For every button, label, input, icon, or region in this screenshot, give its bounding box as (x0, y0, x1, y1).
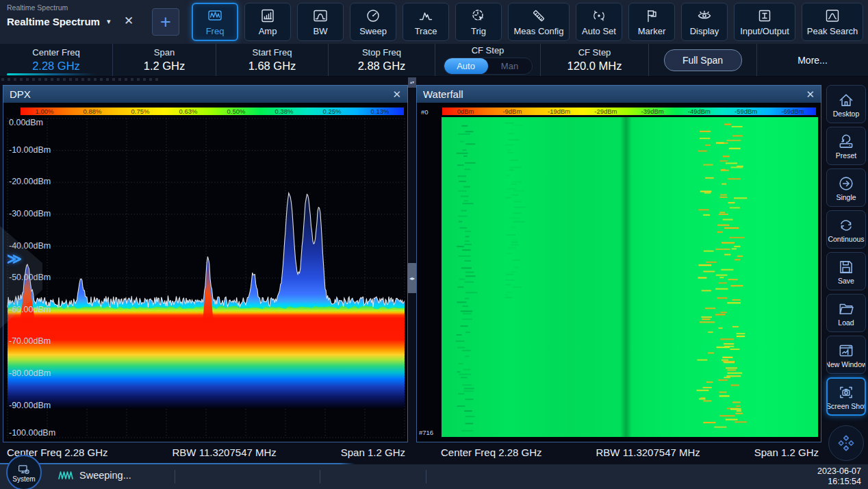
scale-label: 1.00% (21, 108, 68, 115)
system-button-label: System (12, 475, 35, 483)
trig-icon (470, 8, 487, 24)
dpx-window-header[interactable]: DPX ✕ (3, 85, 408, 103)
waterfall-window: Waterfall ✕ #0 0dBm-9dBm-19dBm-29dBm-39d… (416, 85, 821, 460)
sidebar-button-preset[interactable]: Preset (826, 127, 866, 165)
waterfall-close-icon[interactable]: ✕ (806, 88, 815, 101)
selected-field-underline (7, 73, 96, 75)
scale-label: -69dBm (769, 108, 816, 115)
scale-label: 0.13% (356, 108, 404, 115)
system-button[interactable]: System (6, 455, 42, 489)
toolbar-button-label: Freq (206, 26, 225, 36)
field-cf-step[interactable]: CF Step120.0 MHz (541, 44, 649, 76)
expand-panel-chevrons-icon[interactable]: ≫ (7, 251, 20, 267)
waterfall-window-title: Waterfall (423, 88, 806, 100)
toolbar-button-sweep[interactable]: Sweep (350, 3, 396, 41)
top-toolbar: Realtime Spectrum Realtime Spectrum ▾ ✕ … (0, 0, 868, 44)
scale-label: 0.63% (164, 108, 212, 115)
toolbar-button-marker[interactable]: Marker (628, 3, 675, 41)
toolbar-button-trace[interactable]: Trace (403, 3, 449, 41)
scale-label: -29dBm (583, 108, 629, 115)
amp-icon (259, 8, 276, 24)
full-span-button[interactable]: Full Span (664, 49, 742, 71)
toolbar-button-trig[interactable]: Trig (455, 3, 502, 41)
toolbar-button-label: Auto Set (582, 26, 616, 36)
toolbar-button-auto-set[interactable]: Auto Set (576, 3, 622, 41)
dpx-y-tick-label: -90.00dBm (9, 401, 51, 410)
dpx-window: DPX ✕ 1.00%0.88%0.75%0.63%0.50%0.38%0.25… (3, 85, 408, 460)
field-label: Center Freq (32, 47, 79, 58)
sweep-icon (365, 8, 381, 24)
status-divider (320, 470, 320, 484)
measurement-selector[interactable]: Realtime Spectrum Realtime Spectrum ▾ (7, 3, 120, 27)
toolbar-button-peak-search[interactable]: Peak Search (802, 3, 863, 41)
sidebar-button-label: Load (838, 318, 854, 327)
waterfall-window-body: #0 0dBm-9dBm-19dBm-29dBm-39dBm-49dBm-59d… (416, 103, 821, 442)
status-bar: System Sweeping... 2023-06-07 16:15:54 (0, 464, 868, 489)
dpx-density-color-scale: 1.00%0.88%0.75%0.63%0.50%0.38%0.25%0.13% (20, 107, 405, 116)
screenshot-icon (837, 384, 855, 401)
field-span[interactable]: Span1.2 GHz (113, 44, 216, 76)
toolbar-button-bw[interactable]: BW (297, 3, 344, 41)
add-measurement-button[interactable]: + (152, 8, 179, 36)
sidebar-button-label: Continuous (828, 235, 864, 243)
cf-step-auto-option[interactable]: Auto (444, 58, 488, 74)
toolbar-button-amp[interactable]: Amp (244, 3, 291, 41)
dpx-window-body: 1.00%0.88%0.75%0.63%0.50%0.38%0.25%0.13%… (3, 103, 408, 442)
scale-label: 0.50% (212, 108, 260, 115)
toolbar-button-input-output[interactable]: Input/Output (734, 3, 795, 41)
home-icon (837, 91, 855, 109)
field-value: 1.2 GHz (144, 60, 186, 73)
dpx-y-tick-label: -100.00dBm (9, 428, 55, 438)
close-measurement-icon[interactable]: ✕ (124, 14, 133, 28)
scale-label: 0.75% (116, 108, 164, 115)
display-icon (696, 8, 713, 24)
spectrum-analyzer-app: Realtime Spectrum Realtime Spectrum ▾ ✕ … (0, 0, 868, 489)
panel-splitter-handle[interactable]: ◂▸ (407, 263, 417, 293)
sidebar-button-save[interactable]: Save (826, 252, 866, 290)
sidebar-button-single[interactable]: Single (826, 168, 866, 207)
dpx-window-title: DPX (10, 88, 392, 100)
waterfall-heatmap[interactable] (442, 117, 818, 437)
waterfall-last-row-index: #716 (419, 429, 433, 436)
sidebar-button-load[interactable]: Load (826, 294, 866, 332)
toolbar-button-label: Trace (415, 26, 437, 36)
sidebar-button-continuous[interactable]: Continuous (826, 210, 866, 249)
field-label: Stop Freq (362, 47, 401, 58)
more-button[interactable]: More... (797, 55, 828, 66)
scale-label: -59dBm (723, 108, 769, 115)
toolbar-button-meas-config[interactable]: Meas Config (508, 3, 570, 41)
chevron-down-icon[interactable]: ▾ (107, 17, 111, 26)
sidebar-button-desktop[interactable]: Desktop (826, 85, 866, 123)
scale-label: -19dBm (536, 108, 583, 115)
toolbar-button-freq[interactable]: Freq (192, 3, 238, 41)
sidebar-button-label: Desktop (833, 110, 860, 118)
sidebar-button-screen-shot[interactable]: Screen Shot (826, 377, 866, 416)
cf-step-auto-man-toggle[interactable]: AutoMan (444, 58, 533, 75)
waterfall-first-row-index: #0 (421, 108, 429, 116)
sidebar-button-label: New Window (826, 360, 866, 368)
field-value: 1.68 GHz (248, 60, 296, 73)
field-stop-freq[interactable]: Stop Freq2.88 GHz (329, 44, 435, 76)
toolbar-button-label: Amp (259, 26, 277, 36)
scale-label: -39dBm (629, 108, 676, 115)
cf-step-man-option[interactable]: Man (488, 58, 532, 74)
dpx-y-tick-label: 0.00dBm (9, 118, 43, 127)
plus-icon: + (160, 12, 171, 32)
nav-pad-button[interactable] (828, 425, 864, 461)
toolbar-button-label: Input/Output (740, 26, 789, 36)
field-start-freq[interactable]: Start Freq1.68 GHz (216, 44, 329, 76)
dpx-span-readout: Span 1.2 GHz (341, 447, 405, 458)
waterfall-window-header[interactable]: Waterfall ✕ (416, 85, 821, 103)
background-window-remnant (1, 78, 160, 81)
single-arrow-icon (837, 175, 855, 192)
dpx-spectrum-plot[interactable]: 0.00dBm-10.00dBm-20.00dBm-30.00dBm-40.00… (3, 117, 407, 441)
main-area: DPX ✕ 1.00%0.88%0.75%0.63%0.50%0.38%0.25… (0, 77, 824, 465)
toolbar-buttons: FreqAmpBWSweepTraceTrigMeas ConfigAuto S… (192, 3, 863, 41)
splitter-top-handle[interactable]: ▴▾ (408, 77, 416, 88)
field-center-freq[interactable]: Center Freq2.28 GHz (0, 44, 113, 76)
toolbar-button-display[interactable]: Display (681, 3, 728, 41)
sidebar-button-new-window[interactable]: New Window (826, 336, 866, 374)
waterfall-color-scale: 0dBm-9dBm-19dBm-29dBm-39dBm-49dBm-59dBm-… (442, 107, 817, 116)
dpx-close-icon[interactable]: ✕ (392, 88, 401, 101)
status-divider (175, 470, 175, 484)
